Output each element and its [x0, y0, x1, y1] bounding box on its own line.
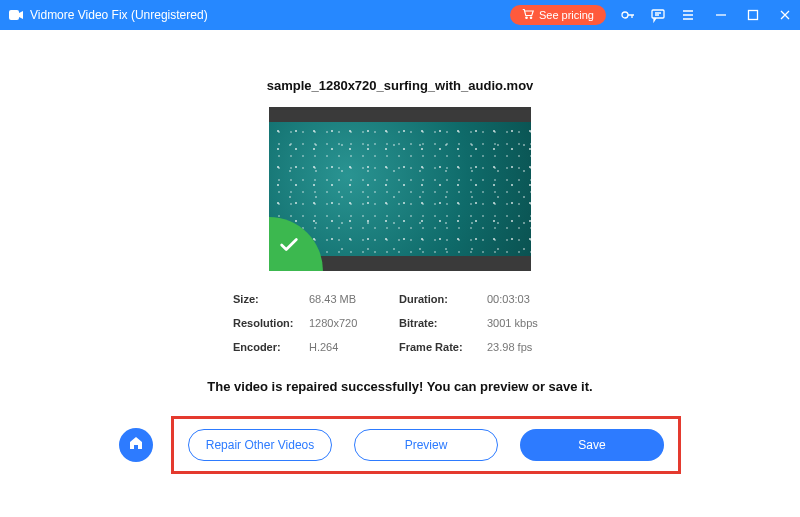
home-button[interactable] — [119, 428, 153, 462]
svg-point-1 — [526, 17, 528, 19]
checkmark-icon — [278, 234, 300, 260]
menu-icon[interactable] — [680, 7, 696, 23]
resolution-label: Resolution: — [233, 317, 299, 329]
key-icon[interactable] — [620, 7, 636, 23]
save-button[interactable]: Save — [520, 429, 664, 461]
preview-label: Preview — [405, 438, 448, 452]
titlebar-icons — [620, 7, 696, 23]
app-title: Vidmore Video Fix (Unregistered) — [30, 8, 208, 22]
save-label: Save — [578, 438, 605, 452]
main-content: sample_1280x720_surfing_with_audio.mov S… — [0, 30, 800, 474]
svg-rect-4 — [652, 10, 664, 18]
bitrate-label: Bitrate: — [399, 317, 477, 329]
cart-icon — [522, 8, 534, 22]
video-metadata: Size: 68.43 MB Duration: 00:03:03 Resolu… — [233, 293, 567, 353]
maximize-button[interactable] — [746, 8, 760, 22]
encoder-label: Encoder: — [233, 341, 299, 353]
action-button-group: Repair Other Videos Preview Save — [171, 416, 681, 474]
close-button[interactable] — [778, 8, 792, 22]
see-pricing-button[interactable]: See pricing — [510, 5, 606, 25]
framerate-label: Frame Rate: — [399, 341, 477, 353]
window-controls — [714, 8, 792, 22]
svg-point-2 — [530, 17, 532, 19]
svg-rect-5 — [749, 11, 758, 20]
resolution-value: 1280x720 — [309, 317, 389, 329]
success-badge — [269, 217, 323, 271]
size-label: Size: — [233, 293, 299, 305]
duration-label: Duration: — [399, 293, 477, 305]
preview-button[interactable]: Preview — [354, 429, 498, 461]
size-value: 68.43 MB — [309, 293, 389, 305]
titlebar: Vidmore Video Fix (Unregistered) See pri… — [0, 0, 800, 30]
bitrate-value: 3001 kbps — [487, 317, 567, 329]
see-pricing-label: See pricing — [539, 9, 594, 21]
svg-rect-0 — [9, 10, 19, 20]
framerate-value: 23.98 fps — [487, 341, 567, 353]
repair-other-label: Repair Other Videos — [206, 438, 315, 452]
repair-other-button[interactable]: Repair Other Videos — [188, 429, 332, 461]
app-logo-icon — [8, 7, 24, 23]
home-icon — [128, 435, 144, 455]
feedback-icon[interactable] — [650, 7, 666, 23]
duration-value: 00:03:03 — [487, 293, 567, 305]
filename-label: sample_1280x720_surfing_with_audio.mov — [267, 78, 534, 93]
video-thumbnail — [269, 107, 531, 271]
status-message: The video is repaired successfully! You … — [207, 379, 592, 394]
svg-point-3 — [622, 12, 628, 18]
minimize-button[interactable] — [714, 8, 728, 22]
titlebar-left: Vidmore Video Fix (Unregistered) — [8, 7, 208, 23]
encoder-value: H.264 — [309, 341, 389, 353]
action-row: Repair Other Videos Preview Save — [119, 416, 681, 474]
